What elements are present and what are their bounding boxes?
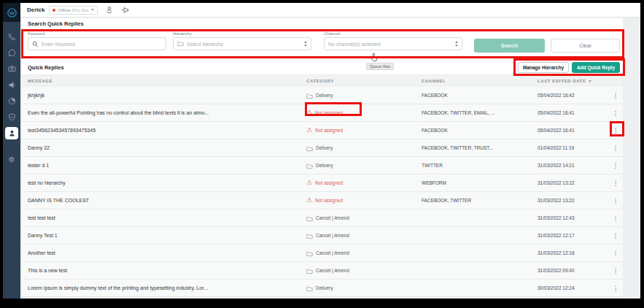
kebab-menu-button[interactable]: ⋮ xyxy=(610,174,621,191)
table-row[interactable]: Lorem Ipsum is simply dummy text of the … xyxy=(22,280,623,297)
pie-chart-icon xyxy=(8,97,16,105)
kebab-menu-button[interactable]: ⋮ xyxy=(610,227,621,244)
sidebar-item-reports[interactable] xyxy=(5,95,18,107)
shield-check-icon xyxy=(8,113,16,121)
category-cell: ⚠ Delivery xyxy=(306,139,333,156)
kebab-menu-button[interactable]: ⋮ xyxy=(610,157,621,174)
channel-cell xyxy=(422,245,531,261)
announcement-button[interactable] xyxy=(121,7,129,14)
search-filters: Keyword Enter Keyword Hierarchy Select h… xyxy=(22,30,623,60)
clear-button[interactable]: Clear xyxy=(551,39,620,53)
kebab-menu-button[interactable]: ⋮ xyxy=(610,192,621,209)
channel-cell: FACEBOOK xyxy=(422,122,531,139)
manage-hierarchy-button[interactable]: Manage Hierarchy xyxy=(518,62,569,73)
message-cell: This is a new test xyxy=(28,262,298,279)
kebab-menu-button[interactable]: ⋮ xyxy=(610,245,621,261)
keyword-input[interactable]: Enter Keyword xyxy=(28,37,166,50)
sidebar-item-security[interactable] xyxy=(5,111,18,123)
channel-cell: FACEBOOK xyxy=(422,87,531,104)
kebab-menu-button[interactable]: ⋮ xyxy=(610,139,621,156)
channel-cell xyxy=(422,227,531,244)
sidebar-item-chat[interactable] xyxy=(5,47,18,59)
status-dot xyxy=(53,9,55,12)
sidebar-nav: ⚙ xyxy=(5,31,18,169)
chat-icon xyxy=(8,49,16,57)
brand-logo-icon xyxy=(7,7,18,18)
last-edited-cell: 01/04/2022 11:19 xyxy=(538,139,574,156)
table-row[interactable]: Even the all-powerful Pointing has no co… xyxy=(22,104,623,122)
channel-cell: WEBFORM xyxy=(422,174,531,191)
agent-icon xyxy=(8,129,16,137)
message-cell: Another test xyxy=(28,245,298,261)
sidebar-item-media[interactable] xyxy=(5,63,18,75)
add-quick-reply-button[interactable]: Add Quick Reply xyxy=(572,62,620,73)
status-dropdown[interactable]: Offline 07m 01s xyxy=(49,6,98,15)
kebab-menu-button[interactable]: ⋮ xyxy=(610,122,621,139)
message-cell: test345623453457893475345 xyxy=(28,122,298,139)
table-row[interactable]: DANNY IS THE COOLEST ⚠ Not assigned FACE… xyxy=(22,192,623,209)
column-header-last-edited[interactable]: LAST EDITED DATE xyxy=(538,75,591,87)
column-header-category[interactable]: CATEGORY xyxy=(306,75,334,87)
sidebar-item-agent-active[interactable] xyxy=(5,127,18,139)
channel-cell: FACEBOOK, TWITTER, EMAIL, ... xyxy=(422,104,531,121)
last-edited-cell: 31/03/2022 09:40 xyxy=(538,262,575,279)
kebab-menu-button[interactable]: ⋮ xyxy=(610,87,621,104)
message-cell: DANNY IS THE COOLEST xyxy=(28,192,298,209)
message-cell: test no hierarchy xyxy=(28,174,298,191)
category-cell: ⚠ Delivery xyxy=(306,280,333,296)
folder-icon xyxy=(306,212,313,225)
kebab-menu-button[interactable]: ⋮ xyxy=(610,262,621,279)
keyword-placeholder: Enter Keyword xyxy=(42,42,162,47)
message-cell: jkhjkhjk xyxy=(28,87,298,104)
table-row[interactable]: Danny 22 ⚠ Delivery FACEBOOK, TWITTER, T… xyxy=(22,139,623,157)
kebab-menu-button[interactable]: ⋮ xyxy=(610,104,621,121)
hierarchy-select[interactable]: Select hierarchy xyxy=(173,37,311,50)
category-cell: ⚠ Cancel | Amend xyxy=(306,227,349,244)
chevron-down-icon xyxy=(91,9,94,11)
table-row[interactable]: test no hierarchy ⚠ Not assigned WEBFORM… xyxy=(22,174,623,192)
last-edited-cell: 05/04/2022 16:42 xyxy=(538,87,575,104)
user-name: Derick xyxy=(27,7,44,13)
table-row[interactable]: Another test ⚠ Cancel | Amend 31/03/2022… xyxy=(22,245,623,262)
profile-button[interactable] xyxy=(106,6,113,14)
channel-label: Channel xyxy=(324,31,462,36)
sidebar-item-calls[interactable] xyxy=(5,31,18,43)
column-header-channel[interactable]: CHANNEL xyxy=(422,75,446,87)
category-cell: ⚠ Cancel | Amend xyxy=(306,245,349,261)
mouse-cursor-icon xyxy=(370,52,378,65)
announcement-icon xyxy=(121,7,129,14)
last-edited-cell: 31/03/2022 13:22 xyxy=(538,192,575,209)
message-cell: Danny Test 1 xyxy=(28,227,298,244)
channel-cell xyxy=(422,262,531,279)
camera-icon xyxy=(8,65,16,73)
kebab-menu-button[interactable]: ⋮ xyxy=(610,209,621,226)
hierarchy-placeholder: Select hierarchy xyxy=(187,42,301,47)
channel-cell xyxy=(422,280,531,296)
category-cell: ⚠ Not assigned xyxy=(306,104,343,121)
sidebar-item-settings[interactable]: ⚙ xyxy=(5,153,18,166)
table-row[interactable]: jkhjkhjk ⚠ Delivery FACEBOOK 05/04/2022 … xyxy=(22,87,623,104)
channel-select[interactable]: No channel(s) selected xyxy=(324,37,462,50)
folder-icon xyxy=(306,247,313,260)
sort-descending-icon xyxy=(589,80,591,82)
channel-placeholder: No channel(s) selected xyxy=(328,42,452,47)
warning-icon: ⚠ xyxy=(306,109,312,116)
kebab-menu-button[interactable]: ⋮ xyxy=(610,280,621,296)
table-row[interactable]: This is a new test ⚠ Cancel | Amend 31/0… xyxy=(22,262,623,280)
quick-replies-card: Quick Replies Manage Hierarchy Add Quick… xyxy=(22,60,623,297)
sidebar-item-campaigns[interactable] xyxy=(5,79,18,91)
category-cell: ⚠ Delivery xyxy=(306,87,333,104)
table-row[interactable]: tester d 1 ⚠ Delivery TWITTER 31/03/2022… xyxy=(22,157,623,174)
quick-replies-header: Quick Replies Manage Hierarchy Add Quick… xyxy=(22,60,623,75)
spinner-icon xyxy=(455,41,458,47)
category-cell: ⚠ Not assigned xyxy=(306,122,343,139)
table-row[interactable]: test test test ⚠ Cancel | Amend 31/03/20… xyxy=(22,209,623,227)
table-row[interactable]: test345623453457893475345 ⚠ Not assigned… xyxy=(22,122,623,139)
header-buttons: Manage Hierarchy Add Quick Reply xyxy=(518,62,620,73)
search-button[interactable]: Search xyxy=(474,39,545,53)
message-cell: Danny 22 xyxy=(28,139,298,156)
table-row[interactable]: Danny Test 1 ⚠ Cancel | Amend 31/03/2022… xyxy=(22,227,623,245)
channel-cell: TWITTER xyxy=(422,157,531,174)
column-header-message[interactable]: MESSAGE xyxy=(28,75,53,87)
category-cell: ⚠ Cancel | Amend xyxy=(306,209,349,226)
